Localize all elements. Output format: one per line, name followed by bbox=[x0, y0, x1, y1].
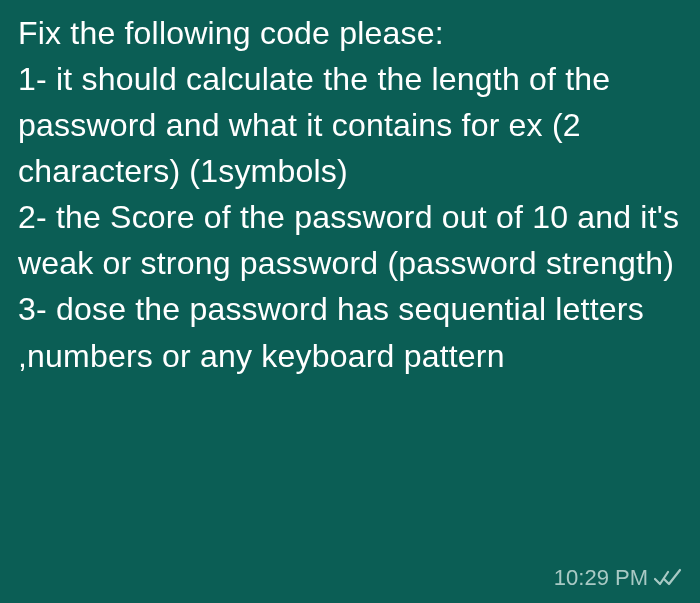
message-timestamp: 10:29 PM bbox=[554, 565, 648, 591]
delivery-status-icon bbox=[654, 568, 682, 588]
chat-message-bubble: Fix the following code please: 1- it sho… bbox=[0, 0, 700, 603]
message-text[interactable]: Fix the following code please: 1- it sho… bbox=[18, 10, 682, 379]
message-footer: 10:29 PM bbox=[554, 565, 682, 591]
